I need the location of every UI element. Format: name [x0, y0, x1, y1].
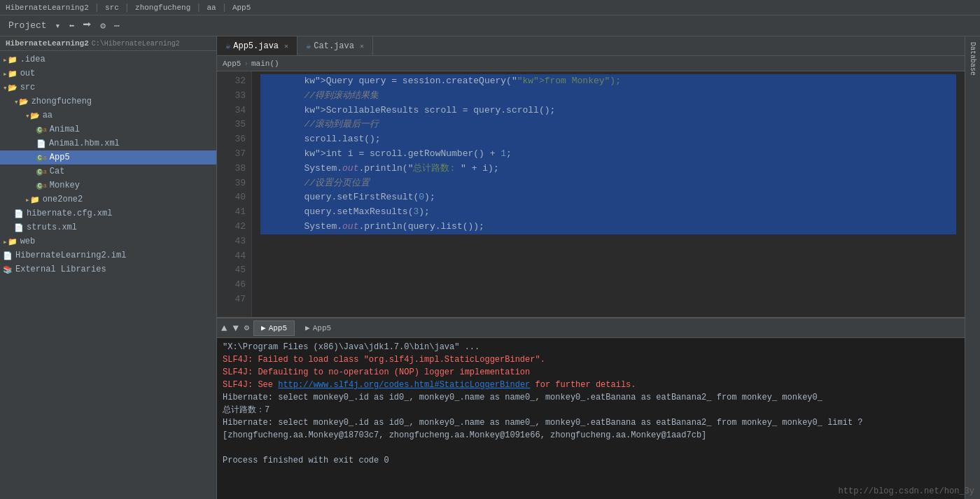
tree-icon-one2one2: ▸📁: [25, 195, 40, 204]
console-line: "X:\Program Files (x86)\Java\jdk1.7.0\bi…: [223, 341, 959, 353]
main-area: HibernateLearning2 C:\HibernateLearning2…: [0, 36, 980, 499]
bottom-tabs: ▲ ▼ ⚙ ▶ App5 ▶ App5: [217, 318, 965, 338]
tree-item-zhongfucheng[interactable]: ▾📂zhongfucheng: [0, 94, 216, 108]
title-src: src: [105, 3, 119, 12]
tree-item-hibernate-cfg[interactable]: 📄hibernate.cfg.xml: [0, 206, 216, 220]
line-num-43: 43: [223, 234, 246, 249]
code-line-38: kw">int i = scroll.getRowNumber() + 1;: [260, 147, 956, 162]
project-label[interactable]: Project: [6, 19, 50, 32]
tab-app5[interactable]: ☕ App5.java ✕: [217, 36, 298, 55]
console-line: SLF4J: Defaulting to no-operation (NOP) …: [223, 366, 959, 379]
top-toolbar: Project ▾ ⬅ ⮕ ⚙ ⋯: [0, 15, 980, 36]
bottom-panel: ▲ ▼ ⚙ ▶ App5 ▶ App5 "X:\Program Files (x…: [217, 317, 965, 499]
console-line: 总计路数：7: [223, 404, 959, 416]
tree-item-app5[interactable]: CaApp5: [0, 150, 216, 164]
line-num-42: 42: [223, 220, 246, 234]
tree-label-idea: .idea: [20, 55, 46, 64]
nav-back-btn[interactable]: ⬅: [66, 19, 77, 33]
line-num-46: 46: [223, 278, 246, 293]
code-line-36: //滚动到最后一行: [260, 118, 956, 132]
dropdown-arrow[interactable]: ▾: [52, 19, 64, 33]
tree-item-src[interactable]: ▾📂src: [0, 80, 216, 94]
tree-item-one2one2[interactable]: ▸📁one2one2: [0, 192, 216, 206]
tree-icon-aa: ▾📂: [25, 111, 40, 120]
tree-label-hibernate-learning-iml: HibernateLearning2.iml: [15, 251, 126, 260]
tree-label-out: out: [20, 69, 36, 78]
project-name: HibernateLearning2: [6, 39, 89, 48]
code-line-32: kw">Query query = session.createQuery(""…: [260, 74, 956, 89]
tree-icon-cat: Ca: [36, 167, 47, 176]
console-line: SLF4J: Failed to load class "org.slf4j.i…: [223, 353, 959, 366]
console-line: Hibernate: select monkey0_.id as id0_, m…: [223, 391, 959, 404]
tree-item-hibernate-learning-iml[interactable]: 📄HibernateLearning2.iml: [0, 248, 216, 262]
tree-item-cat[interactable]: CaCat: [0, 164, 216, 178]
line-num-37: 37: [223, 147, 246, 162]
run-down-icon[interactable]: ▼: [231, 321, 239, 335]
run2-icon: ▶: [305, 323, 310, 332]
line-num-44: 44: [223, 249, 246, 264]
bottom-tab-run2[interactable]: ▶ App5: [298, 321, 339, 336]
tree-icon-app5: Ca: [36, 153, 47, 162]
code-line-41: //设置分页位置: [260, 176, 956, 191]
editor-tabs-bar: ☕ App5.java ✕ ☕ Cat.java ✕: [217, 36, 965, 56]
breadcrumb-main[interactable]: main(): [251, 59, 279, 68]
run-up-icon[interactable]: ▲: [220, 321, 228, 335]
tree-label-struts-xml: struts.xml: [27, 223, 77, 232]
tree-item-idea[interactable]: ▸📁.idea: [0, 52, 216, 66]
tree-icon-zhongfucheng: ▾📂: [14, 97, 29, 106]
tree-icon-hibernate-learning-iml: 📄: [3, 251, 13, 260]
tree-item-animal[interactable]: CaAnimal: [0, 122, 216, 136]
tree-item-monkey[interactable]: CaMonkey: [0, 178, 216, 192]
tree-icon-hibernate-cfg: 📄: [14, 209, 24, 218]
run-settings-icon[interactable]: ⚙: [243, 321, 251, 335]
tree-label-web: web: [20, 237, 36, 246]
line-num-36: 36: [223, 132, 246, 147]
tree-icon-web: ▸📁: [3, 237, 18, 246]
slf4j-link[interactable]: http://www.slf4j.org/codes.html#StaticLo…: [278, 380, 530, 390]
line-num-47: 47: [223, 293, 246, 307]
tree-label-zhongfucheng: zhongfucheng: [31, 97, 92, 106]
tree-icon-animal: Ca: [36, 125, 47, 134]
settings-btn[interactable]: ⚙: [97, 19, 108, 33]
tab-app5-icon: ☕: [225, 41, 230, 51]
line-num-41: 41: [223, 205, 246, 220]
tree-item-out[interactable]: ▸📁out: [0, 66, 216, 80]
nav-fwd-btn[interactable]: ⮕: [80, 19, 94, 32]
line-numbers: 32333435363738394041424344454647: [217, 71, 252, 317]
bottom-tab-run1[interactable]: ▶ App5: [253, 321, 295, 336]
tree-item-web[interactable]: ▸📁web: [0, 234, 216, 248]
tree-item-external-libraries[interactable]: 📚External Libraries: [0, 262, 216, 276]
tab-cat-icon: ☕: [306, 41, 311, 51]
breadcrumb-app5[interactable]: App5: [223, 59, 241, 68]
tree-icon-monkey: Ca: [36, 181, 47, 190]
line-num-35: 35: [223, 118, 246, 132]
tab-cat[interactable]: ☕ Cat.java ✕: [298, 36, 373, 55]
code-line-34: //得到滚动结果集: [260, 89, 956, 104]
tree-item-struts-xml[interactable]: 📄struts.xml: [0, 220, 216, 234]
code-content[interactable]: kw">Query query = session.createQuery(""…: [252, 71, 965, 317]
line-num-34: 34: [223, 104, 246, 118]
project-tree: ▸📁.idea▸📁out▾📂src▾📂zhongfucheng▾📂aaCaAni…: [0, 51, 216, 499]
console-line: Process finished with exit code 0: [223, 454, 959, 467]
tree-icon-external-libraries: 📚: [3, 265, 13, 274]
code-line-42: query.setFirstResult(0);: [260, 190, 956, 205]
tab-app5-label: App5.java: [233, 41, 279, 51]
more-btn[interactable]: ⋯: [111, 19, 122, 33]
tab-app5-close[interactable]: ✕: [284, 42, 288, 50]
code-line-35: kw">ScrollableResults scroll = query.scr…: [260, 104, 956, 118]
tree-icon-animal-hbm: 📄: [36, 139, 46, 148]
project-path: C:\HibernateLearning2: [92, 40, 180, 48]
tree-item-animal-hbm[interactable]: 📄Animal.hbm.xml: [0, 136, 216, 150]
tab-cat-close[interactable]: ✕: [360, 42, 364, 50]
tree-label-cat: Cat: [50, 167, 65, 176]
console-line: [zhongfucheng.aa.Monkey@18703c7, zhongfu…: [223, 429, 959, 442]
tree-item-aa[interactable]: ▾📂aa: [0, 108, 216, 122]
tree-label-app5: App5: [50, 153, 70, 162]
tree-icon-out: ▸📁: [3, 69, 18, 78]
tree-label-monkey: Monkey: [50, 181, 80, 190]
run1-label: App5: [269, 324, 287, 332]
console-line: [223, 442, 959, 454]
tree-icon-idea: ▸📁: [3, 55, 18, 64]
db-panel[interactable]: Database: [965, 36, 980, 499]
console-line: Hibernate: select monkey0_.id as id0_, m…: [223, 416, 959, 429]
